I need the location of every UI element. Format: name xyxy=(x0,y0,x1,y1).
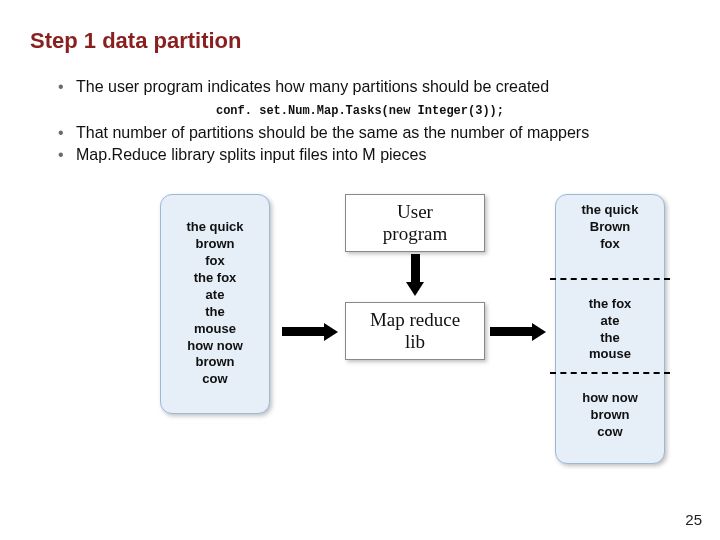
mapreduce-lib-label: Map reduce lib xyxy=(370,309,460,353)
code-snippet: conf. set.Num.Map.Tasks(new Integer(3)); xyxy=(30,104,690,118)
diagram-area: the quick brown fox the fox ate the mous… xyxy=(30,184,690,514)
input-line: how now xyxy=(187,338,243,355)
bullet-1: The user program indicates how many part… xyxy=(58,76,690,98)
partition-1: the quick Brown fox xyxy=(555,202,665,253)
partition-line: fox xyxy=(555,236,665,253)
input-file-block: the quick brown fox the fox ate the mous… xyxy=(160,194,270,414)
input-line: brown xyxy=(196,354,235,371)
input-line: the quick xyxy=(186,219,243,236)
partition-line: the fox xyxy=(555,296,665,313)
partition-divider-icon xyxy=(550,372,670,374)
bullet-list-2: That number of partitions should be the … xyxy=(30,122,690,166)
user-program-box: User program xyxy=(345,194,485,252)
partition-divider-icon xyxy=(550,278,670,280)
partition-line: mouse xyxy=(555,346,665,363)
partition-line: ate xyxy=(555,313,665,330)
mapreduce-lib-box: Map reduce lib xyxy=(345,302,485,360)
input-line: the fox xyxy=(194,270,237,287)
input-line: brown xyxy=(196,236,235,253)
input-line: the xyxy=(205,304,225,321)
input-line: cow xyxy=(202,371,227,388)
partition-line: the xyxy=(555,330,665,347)
partition-2: the fox ate the mouse xyxy=(555,296,665,364)
bullet-2: That number of partitions should be the … xyxy=(58,122,690,144)
bullet-list: The user program indicates how many part… xyxy=(30,76,690,98)
slide-title: Step 1 data partition xyxy=(30,28,690,54)
bullet-3: Map.Reduce library splits input files in… xyxy=(58,144,690,166)
partition-line: Brown xyxy=(555,219,665,236)
user-program-label: User program xyxy=(383,201,447,245)
partition-line: the quick xyxy=(555,202,665,219)
input-line: mouse xyxy=(194,321,236,338)
partition-3: how now brown cow xyxy=(555,390,665,441)
page-number: 25 xyxy=(685,511,702,528)
partition-line: how now xyxy=(555,390,665,407)
partition-line: brown xyxy=(555,407,665,424)
input-line: ate xyxy=(206,287,225,304)
partition-line: cow xyxy=(555,424,665,441)
input-line: fox xyxy=(205,253,225,270)
